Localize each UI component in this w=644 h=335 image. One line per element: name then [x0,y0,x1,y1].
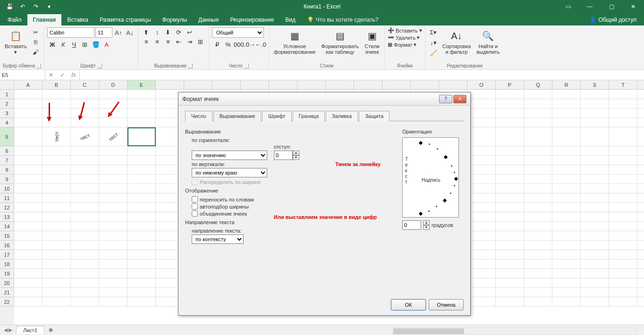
orientation-control[interactable]: Текст Надпись [402,137,459,218]
dialog-tab[interactable]: Заливка [326,111,358,121]
sort-filter-button[interactable]: A↓Сортировка и фильтр [441,27,473,56]
tab-formulas[interactable]: Формулы [157,14,193,25]
merge-icon[interactable]: ⊞ [195,37,206,46]
clear-icon[interactable]: 🧹 [428,48,439,58]
font-name-select[interactable] [47,27,94,38]
text-direction-select[interactable]: по контексту [192,234,244,244]
save-icon[interactable]: 💾 [4,1,15,12]
tab-review[interactable]: Рецензирование [224,14,280,25]
number-format-select[interactable]: Общий [212,27,264,38]
tab-file[interactable]: Файл [2,14,27,25]
column-header[interactable]: C [71,80,99,90]
dialog-launcher-icon[interactable] [97,64,102,68]
dialog-tab[interactable]: Выравнивание [213,111,262,121]
row-header[interactable]: 9 [0,175,14,184]
cell-b5[interactable]: тест [42,127,71,146]
conditional-formatting-button[interactable]: ▦Условное форматирование [272,27,317,56]
fx-icon[interactable]: fx [68,70,79,80]
add-sheet-icon[interactable]: ⊕ [44,327,57,333]
dialog-launcher-icon[interactable] [244,64,249,68]
share-button[interactable]: 👤 Общий доступ [584,14,642,25]
select-all-corner[interactable] [0,80,14,90]
tab-home[interactable]: Главная [27,14,62,25]
row-header[interactable]: 5 [0,127,14,146]
spin-up-icon[interactable]: ▲ [293,151,299,155]
formula-input[interactable] [80,70,644,80]
align-top-icon[interactable]: ⬆ [141,27,152,37]
close-icon[interactable]: ✕ [622,0,644,13]
ok-button[interactable]: ОК [391,299,426,310]
row-header[interactable]: 20 [0,278,14,288]
dialog-tab[interactable]: Граница [293,111,325,121]
row-header[interactable]: 6 [0,146,14,156]
spin-down-icon[interactable]: ▼ [423,225,430,230]
autosum-icon[interactable]: Σ▾ [428,27,439,37]
column-header[interactable] [269,80,297,90]
dialog-titlebar[interactable]: Формат ячеек ? ✕ [178,92,470,106]
column-header[interactable]: D [99,80,127,90]
column-header[interactable] [411,80,439,90]
column-header[interactable]: E [127,80,156,90]
row-header[interactable]: 13 [0,212,14,222]
spin-down-icon[interactable]: ▼ [293,155,299,160]
horizontal-scrollbar[interactable] [392,327,636,335]
align-center-icon[interactable]: ≡ [152,37,162,46]
comma-icon[interactable]: 000 [234,40,244,49]
decrease-font-icon[interactable]: A↓ [125,28,135,37]
decrease-decimal-icon[interactable]: ←.0 [255,40,266,49]
row-header[interactable]: 22 [0,297,14,307]
column-header[interactable] [212,80,241,90]
sheet-tab[interactable]: Лист1 [16,326,44,334]
align-middle-icon[interactable]: ↕ [152,27,162,37]
wrap-text-icon[interactable]: ↩ [185,27,195,37]
column-header[interactable] [156,80,184,90]
cancel-button[interactable]: Отмена [429,299,464,310]
indent-input[interactable] [274,151,293,160]
increase-font-icon[interactable]: A↑ [113,28,124,37]
column-header[interactable]: U [637,80,644,90]
currency-icon[interactable]: ₽ [212,40,222,49]
degrees-input[interactable] [402,220,421,230]
column-header[interactable]: A [14,80,42,90]
paste-button[interactable]: 📋 Вставить ▾ [3,27,29,56]
row-header[interactable]: 15 [0,231,14,241]
shrink-checkbox[interactable] [192,203,198,209]
copy-icon[interactable]: ⎘ [31,37,41,47]
row-header[interactable]: 2 [0,99,14,109]
increase-decimal-icon[interactable]: .0→ [245,40,255,49]
dialog-help-icon[interactable]: ? [439,95,452,103]
minimize-icon[interactable]: ― [579,0,601,13]
dialog-launcher-icon[interactable] [36,64,41,68]
format-painter-icon[interactable]: 🖌 [31,47,41,57]
insert-cells-button[interactable]: ➕Вставить ▾ [388,27,422,34]
maximize-icon[interactable]: ▢ [601,0,622,13]
tab-view[interactable]: Вид [280,14,301,25]
column-header[interactable] [382,80,411,90]
next-sheet-icon[interactable]: ▶ [8,327,12,333]
column-header[interactable] [326,80,354,90]
fill-icon[interactable]: ↓▾ [428,38,439,47]
column-header[interactable] [439,80,467,90]
cut-icon[interactable]: ✂ [31,27,41,37]
qat-customize-icon[interactable]: ▾ [43,1,55,12]
underline-icon[interactable]: Ч [69,40,79,49]
row-header[interactable]: 3 [0,109,14,118]
column-header[interactable]: B [42,80,71,90]
find-select-button[interactable]: 🔍Найти и выделить [475,27,501,56]
ribbon-options-icon[interactable]: ▭ [557,0,579,13]
column-header[interactable] [184,80,212,90]
enter-formula-icon[interactable]: ✓ [57,70,68,80]
tab-insert[interactable]: Вставка [61,14,94,25]
redo-icon[interactable]: ↷ [30,1,42,12]
row-header[interactable]: 7 [0,156,14,165]
format-as-table-button[interactable]: ▤Форматировать как таблицу [319,27,361,56]
row-header[interactable]: 12 [0,203,14,212]
font-size-select[interactable] [95,27,112,38]
column-header[interactable]: P [496,80,524,90]
tell-me-search[interactable]: 💡 Что вы хотите сделать? [301,14,384,25]
dialog-tab[interactable]: Шрифт [262,111,291,121]
row-header[interactable]: 19 [0,269,14,278]
cell-d5[interactable]: тест [99,127,127,146]
column-header[interactable] [241,80,269,90]
dialog-close-icon[interactable]: ✕ [453,95,466,103]
